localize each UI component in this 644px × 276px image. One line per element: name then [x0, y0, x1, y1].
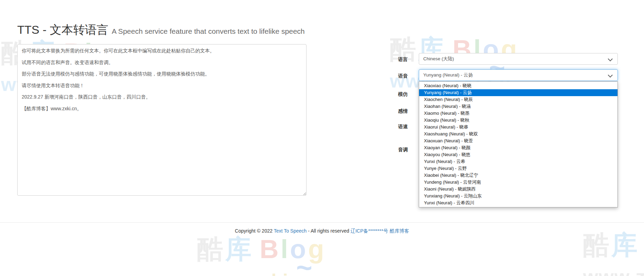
tts-text-input[interactable]: 你可将此文本替换为所需的任何文本。你可在此文本框中编写或在此处粘贴你自己的文本。… [17, 44, 307, 196]
voice-option[interactable]: Xiaohan (Neural) - 晓涵 [419, 103, 617, 110]
watermark: 酷库Blog~ www.zxki.cn [583, 232, 644, 276]
voice-option[interactable]: Xiaoxiao (Neural) - 晓晓 [419, 82, 617, 89]
voice-option[interactable]: Xiaoshuang (Neural) - 晓双 [419, 131, 617, 137]
voice-option[interactable]: Xiaochen (Neural) - 晓辰 [419, 96, 617, 103]
emotion-label: 感情 [398, 108, 408, 114]
chevron-down-icon [608, 73, 613, 78]
rights-text: - All rights reserved [307, 228, 351, 234]
voice-option[interactable]: Xiaobei (Neural) - 晓北辽宁 [419, 172, 617, 179]
voice-option[interactable]: Xiaoqiu (Neural) - 晓秋 [419, 117, 617, 124]
voice-option[interactable]: Xiaoni (Neural) - 晓妮陕西 [419, 186, 617, 193]
page-title: TTS - 文本转语言 [17, 23, 108, 36]
voice-select-value: Yunyang (Neural) - 云扬 [423, 72, 473, 78]
watermark-wave-decoration: ~ [296, 254, 314, 276]
watermark-url-text: www.zxki.cn [197, 271, 326, 276]
pitch-label: 音调 [398, 147, 408, 153]
voice-option[interactable]: Xiaomo (Neural) - 晓墨 [419, 110, 617, 117]
page-subtitle: A Speech service feature that converts t… [112, 27, 304, 35]
speed-label: 语速 [398, 124, 408, 130]
voice-option[interactable]: Xiaoxuan (Neural) - 晓萱 [419, 137, 617, 144]
watermark-brand-text: 酷库Blog~ [197, 236, 326, 262]
app-link[interactable]: Text To Speech [274, 228, 307, 234]
voice-option[interactable]: Yundeng (Neural) - 云登河南 [419, 179, 617, 186]
voice-option[interactable]: Yunye (Neural) - 云野 [419, 165, 617, 172]
tts-page: 酷库Blog~ www.zxki.cn 酷库Blog~ www.zxki.cn … [0, 0, 644, 276]
voice-label: 语音 [398, 73, 408, 79]
voice-option[interactable]: Xiaorui (Neural) - 晓睿 [419, 124, 617, 131]
copyright-text: Copyright © 2022 [235, 228, 274, 234]
chevron-down-icon [608, 57, 613, 61]
voice-listbox: Xiaoxiao (Neural) - 晓晓Yunyang (Neural) -… [419, 81, 618, 207]
voice-option[interactable]: Yunxiang (Neural) - 云翔山东 [419, 193, 617, 200]
voice-option[interactable]: Yunyang (Neural) - 云扬 [419, 89, 617, 96]
voice-option[interactable]: Yunxi (Neural) - 云希四川 [419, 200, 617, 206]
voice-select[interactable]: Yunyang (Neural) - 云扬 [419, 69, 618, 81]
watermark: 酷库Blog~ www.zxki.cn [197, 236, 326, 276]
voice-option[interactable]: Yunxi (Neural) - 云希 [419, 158, 617, 165]
watermark-url-text: www.zxki.cn [583, 267, 644, 276]
voice-option[interactable]: Xiaoyan (Neural) - 晓颜 [419, 144, 617, 151]
footer: Copyright © 2022 Text To Speech - All ri… [0, 228, 644, 234]
language-select[interactable]: Chinese (大陆) [419, 53, 618, 65]
icp-link[interactable]: 辽ICP备********号 [351, 228, 388, 234]
blog-link[interactable]: 酷库博客 [390, 228, 409, 234]
footer-divider [0, 222, 644, 223]
voice-option[interactable]: Xiaoyou (Neural) - 晓悠 [419, 151, 617, 158]
language-label: 语言 [398, 57, 408, 63]
watermark-brand-text: 酷库Blog~ [583, 232, 644, 258]
language-select-value: Chinese (大陆) [423, 56, 454, 61]
imitate-label: 模仿 [398, 91, 408, 98]
page-header: TTS - 文本转语言A Speech service feature that… [17, 22, 305, 38]
